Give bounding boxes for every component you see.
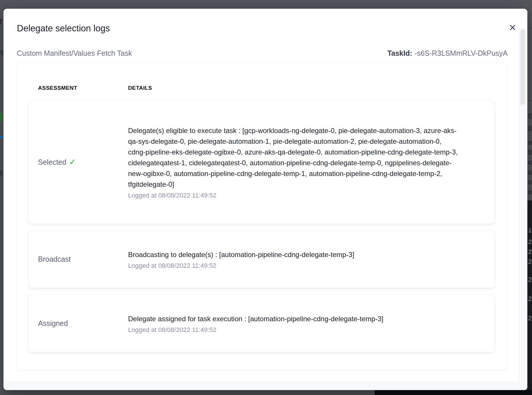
divider <box>527 100 532 101</box>
background-text-fragment: 0 <box>528 148 532 157</box>
table-row-broadcast: Broadcast Broadcasting to delegate(s) : … <box>29 231 495 288</box>
details-cell: Delegate(s) eligible to execute task : [… <box>128 125 461 199</box>
details-cell: Delegate assigned for task execution : [… <box>128 313 461 334</box>
background-text-fragment: o <box>528 178 532 186</box>
detail-message: Delegate(s) eligible to execute task : [… <box>128 125 461 190</box>
detail-message: Delegate assigned for task execution : [… <box>128 313 461 324</box>
table-row-selected: Selected ✓ Delegate(s) eligible to execu… <box>29 100 495 224</box>
console-text-fragment: 2 <box>528 276 532 284</box>
background-text-fragment: or <box>0 16 3 26</box>
close-icon[interactable]: ✕ <box>508 22 517 33</box>
background-text-fragment: 08 <box>528 112 532 120</box>
column-header-assessment: ASSESSMENT <box>38 85 128 91</box>
details-cell: Broadcasting to delegate(s) : [automatio… <box>128 249 461 270</box>
dialog-title: Delegate selection logs <box>17 23 110 34</box>
dialog-subheader: Custom Manifest/Values Fetch Task TaskId… <box>17 49 508 58</box>
modal-scrollbar[interactable] <box>519 28 527 382</box>
console-text-fragment: 2 <box>528 315 532 322</box>
logged-timestamp: Logged at 08/08/2022 11:49:52 <box>128 262 461 270</box>
background-text-fragment: m <box>0 47 4 57</box>
assessment-label: Selected <box>38 158 66 166</box>
console-text-fragment: i <box>528 227 532 234</box>
table-body: Selected ✓ Delegate(s) eligible to execu… <box>17 91 507 352</box>
task-name-label: Custom Manifest/Values Fetch Task <box>17 49 132 58</box>
task-id-value: -s6S-R3LSMmRLV-DkPusyA <box>415 49 508 57</box>
detail-message: Broadcasting to delegate(s) : [automatio… <box>128 249 461 260</box>
background-console-edge <box>375 390 532 395</box>
console-text-fragment: 2 <box>528 239 532 246</box>
background-text-fragment: 08 <box>528 124 532 133</box>
console-text-fragment: 2 <box>528 249 532 256</box>
background-console-edge: i 2 2 2 2 2 2 <box>527 200 532 395</box>
background-text-fragment: o <box>528 168 532 176</box>
assessment-cell: Assigned <box>38 319 128 328</box>
logged-timestamp: Logged at 08/08/2022 11:49:52 <box>128 326 461 334</box>
scrollbar-thumb[interactable] <box>520 29 525 105</box>
delegate-selection-logs-dialog: Delegate selection logs ✕ Custom Manifes… <box>3 9 527 390</box>
table-header-row: ASSESSMENT DETAILS <box>17 63 507 91</box>
table-row-assigned: Assigned Delegate assigned for task exec… <box>29 295 495 352</box>
check-icon: ✓ <box>69 157 76 167</box>
pipeline-canvas-dots <box>0 390 375 395</box>
console-text-fragment: 2 <box>528 296 532 303</box>
screen: or m re 08 08 m 0 o o o o i 2 2 2 2 2 2 … <box>0 0 532 395</box>
task-id: TaskId:-s6S-R3LSMmRLV-DkPusyA <box>387 49 508 58</box>
column-header-details: DETAILS <box>128 85 152 91</box>
assessment-cell: Selected ✓ <box>38 157 128 167</box>
task-id-label: TaskId: <box>387 49 412 57</box>
assessment-cell: Broadcast <box>38 255 128 263</box>
background-page-edge: 08 08 m 0 o o o o <box>527 0 532 200</box>
background-text-fragment: m <box>528 138 532 147</box>
background-text-fragment: re <box>0 168 3 177</box>
background-text-fragment: o <box>528 188 532 196</box>
assessment-label: Assigned <box>38 319 68 328</box>
dialog-footer <box>3 381 527 390</box>
assessment-label: Broadcast <box>38 255 71 263</box>
console-text-fragment: 2 <box>528 258 532 266</box>
logs-table-container: ASSESSMENT DETAILS Selected ✓ Delegate(s… <box>16 62 507 370</box>
divider <box>527 28 532 28</box>
background-text-fragment: o <box>528 158 532 166</box>
logged-timestamp: Logged at 08/08/2022 11:49:52 <box>128 192 461 199</box>
